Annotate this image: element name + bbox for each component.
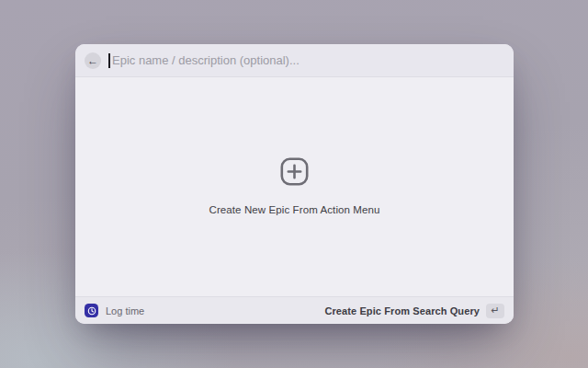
text-caret [108,53,110,68]
create-epic-submit-action[interactable]: Create Epic From Search Query ↵ [324,304,504,318]
log-time-label: Log time [106,305,144,316]
create-epic-dialog: ← Create New Epic From Action Menu [75,44,514,324]
empty-state[interactable]: Create New Epic From Action Menu [209,155,380,215]
epic-name-field-wrap [108,44,504,76]
enter-key-icon: ↵ [486,304,504,318]
empty-state-label: Create New Epic From Action Menu [209,204,380,215]
dialog-body: Create New Epic From Action Menu [75,77,514,296]
add-epic-icon [277,155,311,189]
clock-icon [85,304,98,317]
epic-name-input[interactable] [108,53,504,67]
submit-label: Create Epic From Search Query [324,305,480,316]
dialog-footer: Log time Create Epic From Search Query ↵ [75,296,514,324]
back-button[interactable]: ← [85,52,101,69]
log-time-action[interactable]: Log time [85,304,144,317]
back-arrow-icon: ← [87,55,98,66]
desktop-background: ← Create New Epic From Action Menu [0,0,588,368]
dialog-header: ← [75,44,514,77]
